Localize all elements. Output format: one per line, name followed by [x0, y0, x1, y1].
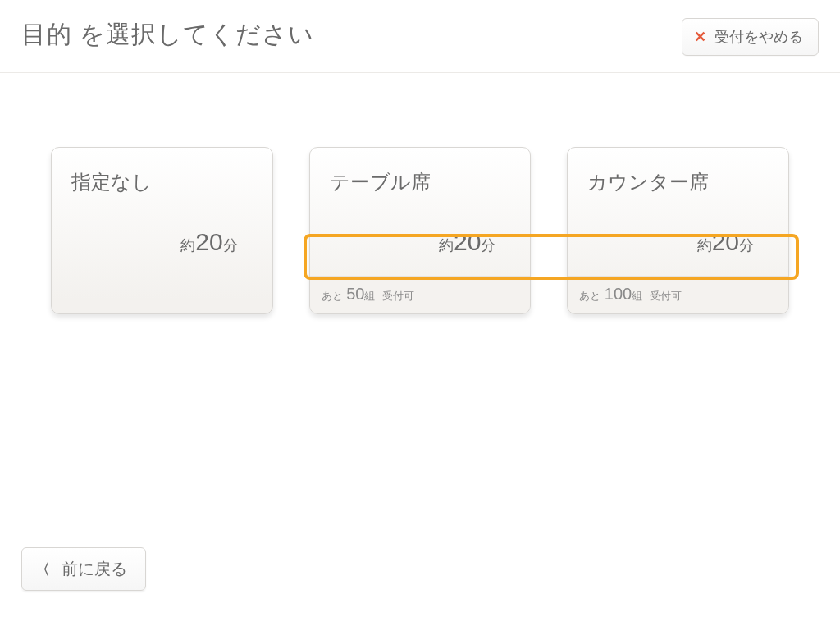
header: 目的 を選択してください ✕ 受付をやめる — [0, 0, 840, 73]
chevron-left-icon: 〈 — [35, 560, 50, 579]
back-button[interactable]: 〈 前に戻る — [21, 547, 146, 591]
card-title: テーブル席 — [330, 169, 511, 195]
page-title: 目的 を選択してください — [21, 18, 314, 52]
capacity-prefix: あと — [579, 290, 600, 302]
card-wait: 約20分 — [587, 195, 769, 267]
wait-suffix: 分 — [223, 237, 238, 254]
capacity-unit: 組 — [632, 290, 642, 302]
wait-suffix: 分 — [739, 237, 754, 254]
capacity-number: 50 — [346, 285, 364, 303]
card-body: テーブル席 約20分 — [310, 148, 531, 276]
wait-suffix: 分 — [481, 237, 495, 254]
wait-prefix: 約 — [180, 237, 195, 254]
capacity-suffix: 受付可 — [382, 290, 414, 302]
wait-number: 20 — [454, 228, 481, 255]
capacity-prefix: あと — [322, 290, 343, 302]
option-card-counter[interactable]: カウンター席 約20分 あと 100組 受付可 — [567, 147, 789, 314]
card-capacity: あと 50組 受付可 — [310, 276, 531, 313]
option-cards: 指定なし 約20分 テーブル席 約20分 あと 50組 受付可 カウンター席 約… — [0, 73, 840, 314]
capacity-unit: 組 — [364, 290, 375, 302]
card-capacity: あと 100組 受付可 — [568, 276, 788, 313]
wait-prefix: 約 — [439, 237, 454, 254]
card-wait: 約20分 — [71, 195, 253, 267]
capacity-number: 100 — [605, 285, 632, 303]
card-title: 指定なし — [71, 169, 253, 195]
back-label: 前に戻る — [62, 558, 127, 580]
card-wait: 約20分 — [330, 195, 511, 267]
option-card-none[interactable]: 指定なし 約20分 — [51, 147, 273, 314]
close-icon: ✕ — [694, 30, 706, 44]
capacity-suffix: 受付可 — [650, 290, 682, 302]
wait-number: 20 — [195, 228, 222, 255]
wait-number: 20 — [712, 228, 739, 255]
card-title: カウンター席 — [587, 169, 769, 195]
stop-reception-label: 受付をやめる — [714, 27, 803, 47]
wait-prefix: 約 — [697, 237, 712, 254]
option-card-table[interactable]: テーブル席 約20分 あと 50組 受付可 — [309, 147, 532, 314]
card-body: 指定なし 約20分 — [52, 148, 272, 276]
card-body: カウンター席 約20分 — [568, 148, 788, 276]
stop-reception-button[interactable]: ✕ 受付をやめる — [682, 18, 819, 56]
